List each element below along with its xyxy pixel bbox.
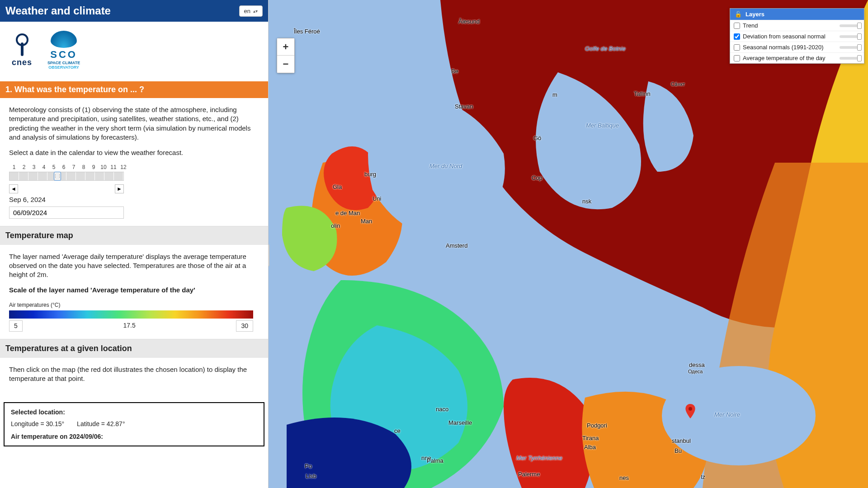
- month-tick: 12: [118, 164, 128, 171]
- date-slider[interactable]: ⋮⋮: [9, 172, 124, 181]
- month-tick: 2: [19, 164, 29, 171]
- prev-date-button[interactable]: ◄: [9, 184, 18, 193]
- layer-label: Average temperature of the day: [743, 55, 837, 61]
- selected-location-title: Selected location:: [11, 408, 257, 416]
- date-input[interactable]: [9, 206, 124, 219]
- layer-opacity-slider[interactable]: [840, 46, 860, 49]
- month-tick: 8: [79, 164, 89, 171]
- cnes-logo: cnes: [12, 33, 32, 67]
- color-scale-bar: [9, 310, 253, 319]
- month-tick: 4: [39, 164, 49, 171]
- section-question-body: Meteorology consists of (1) observing th…: [0, 98, 268, 226]
- layers-panel-header[interactable]: 🔓 Layers: [730, 9, 864, 20]
- layer-row[interactable]: Deviation from seasonal normal: [730, 31, 864, 42]
- longitude-value: Longitude = 30.15°: [11, 420, 64, 427]
- page-title: Weather and climate: [5, 5, 111, 17]
- instruction-paragraph: Select a date in the calendar to view th…: [9, 148, 259, 157]
- map-viewport[interactable]: ÅlesundÎles FéroéburgGlaUnie de ManManol…: [269, 0, 868, 488]
- intro-paragraph: Meteorology consists of (1) observing th…: [9, 105, 259, 142]
- layer-label: Deviation from seasonal normal: [743, 33, 837, 40]
- month-tick: 3: [29, 164, 39, 171]
- location-paragraph: Then click on the map (the red dot illus…: [9, 365, 259, 384]
- month-tick: 11: [108, 164, 118, 171]
- layer-opacity-slider[interactable]: [840, 57, 860, 60]
- sidebar: Weather and climate en ▴▾ cnes SCO SPACE…: [0, 0, 269, 488]
- sidebar-resize-handle[interactable]: [269, 244, 269, 267]
- scale-max: 30: [236, 320, 253, 332]
- svg-point-1: [662, 366, 816, 465]
- layer-checkbox[interactable]: [734, 23, 740, 29]
- scale-title: Scale of the layer named 'Average temper…: [9, 286, 259, 295]
- layer-row[interactable]: Trend: [730, 20, 864, 31]
- scale-subtitle: Air temperatures (°C): [9, 301, 259, 309]
- cnes-logo-mark: [13, 33, 31, 56]
- sidebar-header: Weather and climate en ▴▾: [0, 0, 268, 22]
- layers-panel: 🔓 Layers TrendDeviation from seasonal no…: [730, 8, 864, 64]
- zoom-control: + −: [277, 38, 295, 73]
- zoom-in-button[interactable]: +: [277, 38, 294, 56]
- map-canvas: [269, 0, 868, 488]
- tempmap-paragraph: The layer named 'Average daily temperatu…: [9, 252, 259, 280]
- month-tick: 6: [59, 164, 69, 171]
- scale-mid: 17.5: [118, 320, 140, 332]
- layer-checkbox[interactable]: [734, 55, 740, 61]
- section-heading-question: 1. What was the temperature on ... ?: [0, 81, 268, 98]
- layer-row[interactable]: Seasonal normals (1991-2020): [730, 42, 864, 52]
- section-heading-tempmap: Temperature map: [0, 226, 268, 245]
- lock-icon: 🔓: [735, 11, 742, 18]
- latitude-value: Latitude = 42.87°: [77, 420, 125, 427]
- layer-label: Seasonal normals (1991-2020): [743, 44, 837, 51]
- section-tempmap-body: The layer named 'Average daily temperatu…: [0, 245, 268, 339]
- next-date-button[interactable]: ►: [115, 184, 124, 193]
- logo-row: cnes SCO SPACE CLIMATE OBSERVATORY: [0, 22, 268, 81]
- scale-ticks: 5 17.5 30: [9, 320, 253, 332]
- month-tick: 7: [69, 164, 79, 171]
- scale-min: 5: [9, 320, 23, 332]
- coords-row: Longitude = 30.15° Latitude = 42.87°: [11, 420, 257, 427]
- layer-opacity-slider[interactable]: [840, 35, 860, 38]
- language-selector[interactable]: en ▴▾: [239, 5, 263, 17]
- zoom-out-button[interactable]: −: [277, 56, 294, 73]
- date-nav-row: ◄ ►: [9, 184, 124, 193]
- month-tick: 9: [89, 164, 99, 171]
- sco-logo-mark: [51, 31, 77, 48]
- month-tick: 1: [9, 164, 19, 171]
- month-tick: 5: [49, 164, 59, 171]
- month-tick: 10: [99, 164, 108, 171]
- layer-checkbox[interactable]: [734, 33, 740, 40]
- section-location-body: Then click on the map (the red dot illus…: [0, 358, 268, 397]
- section-heading-location: Temperatures at a given location: [0, 339, 268, 358]
- selected-location-box: Selected location: Longitude = 30.15° La…: [4, 402, 264, 446]
- layer-opacity-slider[interactable]: [840, 24, 860, 27]
- layer-row[interactable]: Average temperature of the day: [730, 52, 864, 63]
- layer-label: Trend: [743, 22, 837, 29]
- month-ticks: 123456789101112: [9, 164, 259, 171]
- slider-handle[interactable]: ⋮⋮: [54, 172, 61, 181]
- layers-list: TrendDeviation from seasonal normalSeaso…: [730, 20, 864, 63]
- chevron-updown-icon: ▴▾: [253, 9, 258, 14]
- app-root: Weather and climate en ▴▾ cnes SCO SPACE…: [0, 0, 868, 488]
- date-display: Sep 6, 2024: [9, 195, 259, 204]
- sco-logo: SCO SPACE CLIMATE OBSERVATORY: [47, 31, 80, 70]
- layer-checkbox[interactable]: [734, 44, 740, 51]
- air-temp-label: Air temperature on 2024/09/06:: [11, 433, 257, 440]
